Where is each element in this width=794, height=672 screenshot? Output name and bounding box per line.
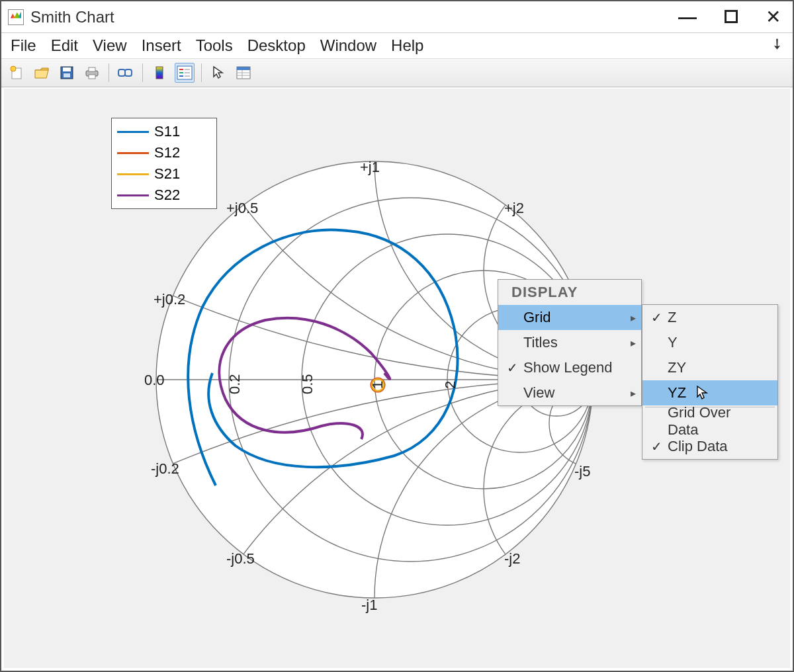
toolbar: [1, 58, 793, 87]
menu-window[interactable]: Window: [318, 35, 379, 56]
context-submenu-grid[interactable]: ✓ Z Y ZY YZ Grid Over Data ✓ Clip Data: [642, 304, 778, 460]
svg-rect-3: [63, 67, 71, 71]
menu-view[interactable]: View: [90, 35, 130, 56]
label-pj1: +j1: [360, 159, 380, 176]
colorbar-button[interactable]: [150, 63, 169, 83]
legend-swatch: [117, 131, 149, 133]
label-0p0: 0.0: [144, 372, 165, 389]
window-controls: — ✕: [678, 8, 786, 26]
label-pj2: +j2: [504, 200, 524, 217]
maximize-button[interactable]: [725, 8, 738, 26]
svg-rect-9: [125, 69, 132, 76]
legend-swatch: [117, 194, 149, 196]
svg-rect-4: [64, 73, 70, 77]
label-mj1: -j1: [361, 597, 377, 614]
svg-rect-10: [156, 67, 163, 79]
legend-item-s12[interactable]: S12: [117, 142, 211, 163]
print-button[interactable]: [82, 63, 102, 83]
label-0p5: 0.5: [299, 374, 316, 394]
menu-desktop[interactable]: Desktop: [245, 35, 308, 56]
svg-rect-6: [89, 67, 95, 71]
context-item-titles[interactable]: Titles ▸: [498, 330, 641, 355]
legend[interactable]: S11 S12 S21 S22: [111, 118, 217, 209]
label-pj0p2: +j0.2: [154, 291, 185, 308]
minimize-button[interactable]: —: [678, 8, 697, 26]
label-pj0p5: +j0.5: [226, 200, 258, 217]
menu-edit[interactable]: Edit: [48, 35, 81, 56]
context-item-grid[interactable]: Grid ▸: [498, 305, 641, 330]
legend-swatch: [117, 173, 149, 175]
legend-label: S22: [154, 187, 180, 204]
svg-rect-7: [89, 75, 95, 79]
grid-option-yz[interactable]: YZ: [642, 380, 777, 405]
submenu-arrow-icon: ▸: [631, 387, 636, 399]
context-menu-display[interactable]: DISPLAY Grid ▸ Titles ▸ ✓ Show Legend Vi…: [498, 279, 642, 406]
label-mj2: -j2: [504, 550, 520, 567]
label-mj0p2: -j0.2: [151, 460, 179, 478]
matlab-icon: [8, 9, 24, 25]
grid-option-clip-data[interactable]: ✓ Clip Data: [642, 434, 777, 459]
context-item-show-legend[interactable]: ✓ Show Legend: [498, 355, 641, 380]
property-inspector-button[interactable]: [234, 63, 253, 83]
new-figure-button[interactable]: [7, 63, 26, 83]
context-menu-header: DISPLAY: [498, 280, 641, 305]
edit-plot-button[interactable]: [208, 63, 228, 83]
menu-insert[interactable]: Insert: [139, 35, 184, 56]
legend-item-s21[interactable]: S21: [117, 163, 211, 185]
check-icon: ✓: [648, 439, 665, 454]
label-mj5: -j5: [574, 463, 590, 480]
label-1: 1: [369, 381, 386, 389]
check-icon: ✓: [504, 360, 521, 376]
legend-label: S12: [154, 144, 180, 161]
window-title: Smith Chart: [30, 8, 114, 26]
svg-point-1: [11, 66, 16, 71]
legend-label: S11: [154, 123, 180, 140]
menu-tools[interactable]: Tools: [193, 35, 236, 56]
legend-swatch: [117, 152, 149, 154]
legend-item-s11[interactable]: S11: [117, 121, 211, 142]
open-button[interactable]: [32, 63, 52, 83]
link-plot-button[interactable]: [116, 63, 136, 83]
grid-option-zy[interactable]: ZY: [642, 355, 777, 380]
legend-label: S21: [154, 165, 180, 183]
titlebar: Smith Chart — ✕: [1, 1, 793, 33]
submenu-arrow-icon: ▸: [631, 312, 636, 324]
label-2: 2: [442, 381, 459, 389]
svg-rect-8: [118, 69, 125, 76]
submenu-arrow-icon: ▸: [631, 337, 636, 349]
menu-help[interactable]: Help: [388, 35, 426, 56]
svg-rect-19: [237, 67, 250, 70]
save-button[interactable]: [57, 63, 77, 83]
dock-arrow-icon[interactable]: ➘: [766, 34, 789, 57]
legend-button[interactable]: [175, 63, 195, 83]
label-mj0p5: -j0.5: [226, 550, 255, 567]
label-0p2: 0.2: [226, 374, 243, 394]
grid-option-z[interactable]: ✓ Z: [642, 305, 777, 330]
grid-option-y[interactable]: Y: [642, 330, 777, 355]
check-icon: ✓: [648, 310, 665, 325]
grid-option-grid-over-data[interactable]: Grid Over Data: [642, 409, 777, 434]
menubar: File Edit View Insert Tools Desktop Wind…: [1, 33, 793, 58]
context-item-view[interactable]: View ▸: [498, 380, 641, 405]
legend-item-s22[interactable]: S22: [117, 185, 211, 206]
close-button[interactable]: ✕: [766, 8, 781, 26]
menu-file[interactable]: File: [8, 35, 39, 56]
